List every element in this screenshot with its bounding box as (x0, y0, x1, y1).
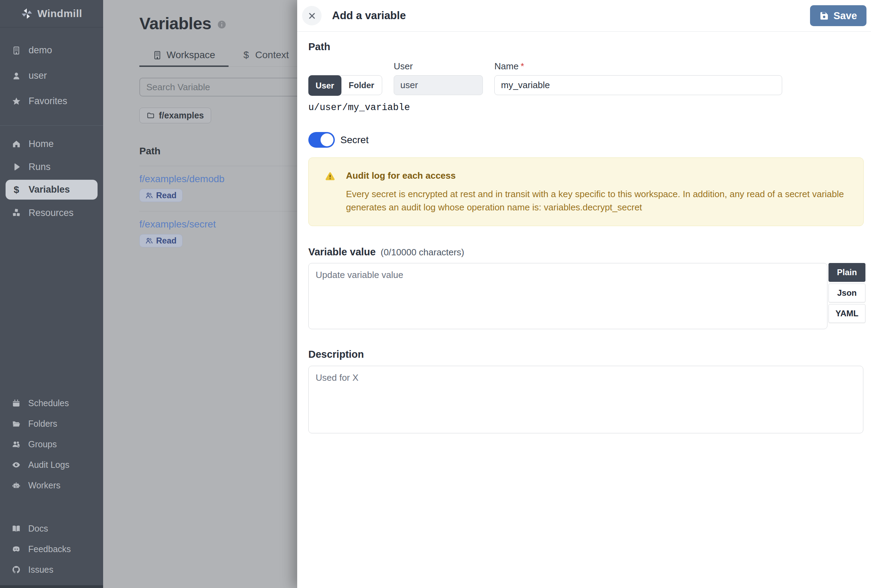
users-icon (145, 237, 153, 245)
warning-body: Every secret is encrypted at rest and in… (346, 187, 849, 214)
secret-toggle[interactable] (308, 132, 335, 148)
windmill-logo-icon (21, 7, 33, 19)
sidebar-item-home[interactable]: Home (0, 132, 103, 156)
folder-chip-label: f/examples (159, 111, 204, 121)
nav-label: Folders (28, 419, 57, 429)
star-icon (12, 97, 21, 106)
sidebar-item-user[interactable]: user (0, 63, 103, 88)
drawer-body: Path User Name* User Folder u/user/my_va… (297, 32, 871, 435)
sidebar-account-section: demo user Favorites (0, 37, 103, 114)
sidebar-admin-nav: Schedules Folders Groups Audit Logs Work… (0, 393, 103, 496)
secret-row: Secret (308, 132, 868, 148)
github-icon (12, 566, 21, 574)
variable-path-link[interactable]: f/examples/secret (139, 219, 216, 230)
sidebar-item-audit-logs[interactable]: Audit Logs (0, 455, 103, 475)
warning-content: Audit log for each access Every secret i… (346, 171, 849, 214)
sidebar-item-workers[interactable]: Workers (0, 475, 103, 496)
tabs: Workspace $ Context (139, 49, 297, 67)
owner-kind-toggle: User Folder (308, 75, 382, 95)
nav-label: Runs (28, 162, 51, 172)
sidebar-footer-nav: Docs Feedbacks Issues (0, 518, 103, 580)
sidebar-item-workspace-demo[interactable]: demo (0, 37, 103, 63)
sidebar-item-docs[interactable]: Docs (0, 518, 103, 539)
workspace-name: demo (28, 45, 52, 56)
sidebar-item-groups[interactable]: Groups (0, 434, 103, 455)
sidebar-item-schedules[interactable]: Schedules (0, 393, 103, 413)
variable-value-textarea[interactable] (308, 263, 828, 329)
nav-label: Issues (28, 565, 53, 575)
dollar-icon: $ (12, 185, 21, 195)
save-label: Save (834, 10, 857, 22)
building-icon (12, 46, 21, 55)
path-section-heading: Path (308, 41, 868, 52)
folder-open-icon (12, 419, 21, 428)
owner-label: User (394, 61, 483, 72)
discord-icon (12, 545, 21, 554)
badge-label: Read (156, 190, 177, 200)
row-divider (139, 211, 297, 211)
full-path-preview: u/user/my_variable (308, 102, 868, 113)
table-row: f/examples/demodb Read (139, 174, 297, 202)
required-asterisk: * (521, 61, 524, 72)
value-section-heading: Variable value (308, 246, 376, 258)
sidebar-item-issues[interactable]: Issues (0, 560, 103, 580)
segment-folder[interactable]: Folder (341, 76, 382, 95)
format-plain-button[interactable]: Plain (829, 263, 865, 282)
account-name: user (28, 70, 47, 81)
save-button[interactable]: Save (810, 5, 867, 26)
close-button[interactable] (302, 6, 322, 25)
folder-icon (147, 111, 155, 120)
format-selector: Plain Json YAML (829, 263, 865, 323)
sidebar-item-variables[interactable]: $ Variables (6, 180, 97, 200)
brand-name: Windmill (37, 7, 82, 19)
description-textarea[interactable] (308, 366, 864, 433)
search-input[interactable] (139, 78, 297, 96)
character-counter: (0/10000 characters) (380, 247, 464, 258)
sidebar-item-folders[interactable]: Folders (0, 413, 103, 434)
sidebar-bottom-strip (0, 585, 103, 588)
info-icon[interactable] (217, 20, 226, 29)
secret-label: Secret (340, 135, 369, 146)
variable-name-input[interactable] (494, 75, 782, 95)
save-icon (819, 11, 829, 21)
warning-triangle-icon (325, 171, 335, 182)
audit-warning-box: Audit log for each access Every secret i… (308, 157, 864, 226)
tab-contextual[interactable]: $ Context (229, 49, 297, 66)
nav-label: Groups (28, 439, 57, 449)
close-icon (307, 11, 317, 21)
nav-label: Docs (28, 524, 48, 534)
format-yaml-button[interactable]: YAML (829, 304, 865, 323)
calendar-icon (12, 399, 21, 408)
workspace-switcher[interactable]: Windmill (0, 0, 103, 27)
drawer-header: Add a variable Save (297, 0, 871, 32)
format-json-button[interactable]: Json (829, 284, 865, 302)
field-labels-row: User Name* (308, 61, 868, 72)
description-heading: Description (308, 349, 868, 360)
name-label: Name* (494, 61, 782, 72)
value-row: Plain Json YAML (308, 263, 868, 329)
value-heading-row: Variable value (0/10000 characters) (308, 246, 868, 258)
sidebar-main-nav: Home Runs $ Variables Resources (0, 132, 103, 224)
nav-label: Audit Logs (28, 460, 69, 470)
segment-user[interactable]: User (308, 75, 341, 96)
drawer-title: Add a variable (332, 9, 406, 22)
tab-workspace[interactable]: Workspace (139, 49, 229, 66)
owner-input[interactable] (394, 75, 483, 95)
user-group-icon (12, 440, 21, 449)
path-column-header: Path (139, 146, 297, 157)
badge-label: Read (156, 236, 177, 245)
nav-label: Variables (28, 184, 70, 195)
tab-label: Workspace (166, 49, 215, 61)
sidebar-item-feedbacks[interactable]: Feedbacks (0, 539, 103, 560)
page-title: Variables (139, 14, 211, 33)
sidebar-item-resources[interactable]: Resources (0, 201, 103, 224)
nav-label: Resources (28, 208, 73, 218)
path-controls-row: User Folder (308, 75, 868, 95)
folder-filter-chip[interactable]: f/examples (139, 108, 211, 123)
sidebar: Windmill demo user Favorites Home Runs $… (0, 0, 103, 588)
read-permission-badge: Read (139, 234, 183, 247)
variable-path-link[interactable]: f/examples/demodb (139, 174, 224, 185)
building-icon (153, 51, 162, 60)
sidebar-item-runs[interactable]: Runs (0, 156, 103, 178)
sidebar-item-favorites[interactable]: Favorites (0, 88, 103, 114)
